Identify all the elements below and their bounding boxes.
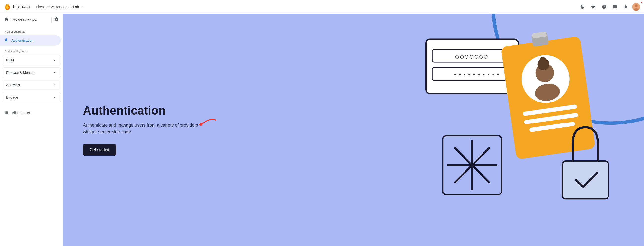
project-overview-label: Project Overview <box>11 18 49 22</box>
person-icon <box>4 38 8 43</box>
firebase-text: Firebase <box>13 4 30 9</box>
chevron-down-icon <box>53 95 57 99</box>
project-selector[interactable]: Firestore Vector Search Lab <box>33 4 87 10</box>
sidebar-item-build[interactable]: Build <box>2 55 61 65</box>
sidebar-item-engage[interactable]: Engage <box>2 92 61 102</box>
chevron-down-icon <box>53 58 57 62</box>
dark-mode-button[interactable] <box>578 3 587 11</box>
user-avatar[interactable] <box>632 3 640 11</box>
main-content: Authentication Authenticate and manage u… <box>63 14 644 246</box>
avatar-image <box>632 3 640 11</box>
sparkle-icon <box>591 5 596 9</box>
project-name: Firestore Vector Search Lab <box>36 5 79 9</box>
vertical-divider <box>51 17 52 23</box>
chat-icon <box>612 5 617 9</box>
chevron-down-icon <box>80 5 84 9</box>
sparkle-button[interactable] <box>589 3 598 11</box>
topnav-right <box>578 3 640 11</box>
chat-button[interactable] <box>610 3 619 11</box>
sidebar: Project Overview Project shortcuts Authe… <box>0 14 63 246</box>
authentication-label: Authentication <box>11 39 57 43</box>
page-title: Authentication <box>83 104 201 117</box>
firebase-flame-icon <box>4 4 11 10</box>
project-shortcuts-label: Project shortcuts <box>0 26 63 35</box>
help-button[interactable] <box>600 3 608 11</box>
hero-text-container: Authentication Authenticate and manage u… <box>83 104 201 156</box>
analytics-label: Analytics <box>6 83 20 87</box>
notification-badge <box>640 2 642 4</box>
hero-description: Authenticate and manage users from a var… <box>83 122 201 135</box>
all-products-label: All products <box>12 111 30 115</box>
top-navigation: Firebase Firestore Vector Search Lab <box>0 0 644 14</box>
release-monitor-label: Release & Monitor <box>6 71 34 75</box>
project-overview-link[interactable]: Project Overview <box>0 14 63 26</box>
dark-mode-icon <box>580 5 585 9</box>
hero-section: Authentication Authenticate and manage u… <box>63 14 644 246</box>
help-icon <box>602 5 606 9</box>
firebase-logo: Firebase <box>4 4 30 10</box>
topnav-left: Firebase Firestore Vector Search Lab <box>4 4 87 10</box>
svg-text:○○○○○○○: ○○○○○○○ <box>455 53 489 60</box>
arrow-annotation <box>196 115 218 131</box>
svg-marker-26 <box>199 122 202 127</box>
sidebar-item-analytics[interactable]: Analytics <box>2 80 61 90</box>
home-icon <box>4 17 9 23</box>
sidebar-item-all-products[interactable]: All products <box>0 107 63 118</box>
sidebar-item-authentication[interactable]: Authentication <box>0 35 61 46</box>
svg-point-1 <box>635 5 638 8</box>
red-arrow-icon <box>196 115 218 130</box>
svg-rect-25 <box>562 161 608 199</box>
build-label: Build <box>6 58 14 62</box>
chevron-down-icon <box>53 83 57 87</box>
app-body: Project Overview Project shortcuts Authe… <box>0 14 644 246</box>
svg-text:••••••••••: •••••••••• <box>453 71 501 78</box>
chevron-down-icon <box>53 71 57 75</box>
get-started-button[interactable]: Get started <box>83 144 116 156</box>
sidebar-item-release-monitor[interactable]: Release & Monitor <box>2 67 61 78</box>
notifications-icon <box>623 5 628 9</box>
grid-icon <box>4 110 9 115</box>
product-categories-label: Product categories <box>0 46 63 55</box>
engage-label: Engage <box>6 95 18 99</box>
hero-illustration: ○○○○○○○ •••••••••• <box>266 14 644 246</box>
settings-icon[interactable] <box>54 17 59 23</box>
notifications-button[interactable] <box>621 3 630 11</box>
